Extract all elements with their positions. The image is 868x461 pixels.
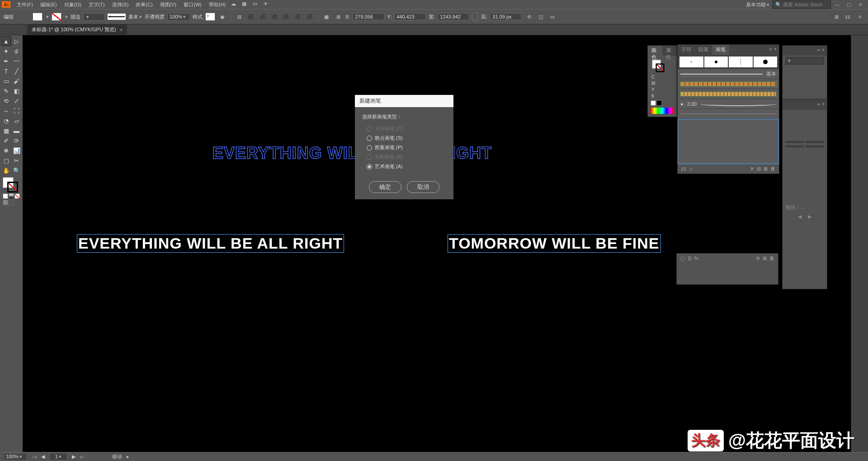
brush-stroke-row[interactable] [678,109,779,119]
color-tab[interactable]: 颜色 [648,46,662,56]
tp-input-3[interactable] [785,146,804,147]
grid-icon[interactable]: ▦ [242,1,249,8]
menu-object[interactable]: 对象(O) [61,1,85,8]
brush-list-area[interactable] [678,119,779,164]
tp-icon-d[interactable] [785,121,793,128]
artboard-tool[interactable]: ▢ [1,155,11,165]
fill-dropdown[interactable] [45,14,49,20]
eraser-tool[interactable]: ◧ [11,86,22,96]
layer-vis-icon[interactable]: ▢ [680,255,685,261]
char-font-dropdown[interactable] [785,57,824,65]
pen-tool[interactable]: ✒ [1,56,11,66]
brush-preset-2[interactable] [704,56,728,67]
align-left-icon[interactable]: ⬛ [246,12,255,21]
brush-pattern-row[interactable] [678,79,779,89]
recolor-icon[interactable]: ◉ [218,12,227,21]
brush-def-dropdown[interactable]: 基本 [128,14,142,20]
prefs-icon[interactable]: ⫿⫿ [844,12,853,21]
tp-input-2[interactable] [806,141,824,143]
menu-help[interactable]: 帮助(H) [205,1,229,8]
char-collapse-icon[interactable]: « [817,47,820,54]
black-swatch[interactable] [656,100,662,106]
layer-dup-icon[interactable]: ⊞ [763,255,767,261]
send-icon[interactable]: ✈ [264,1,271,8]
color-mode-none[interactable] [14,193,20,199]
stock-search[interactable]: 🔍 搜索 Adobe Stock [772,0,831,9]
menu-effect[interactable]: 效果(C) [132,1,156,8]
symbol-sprayer-tool[interactable]: ❅ [1,146,11,155]
attrs-tab[interactable]: 属性 [662,46,677,56]
menu-type[interactable]: 文字(T) [85,1,108,8]
align-bottom-icon[interactable]: ⬛ [305,12,314,21]
arrange-icon[interactable]: ▭ [253,1,260,8]
graph-tool[interactable]: 📊 [11,146,22,155]
mask-icon[interactable]: ▭ [548,12,557,21]
stroke-profile[interactable] [108,14,126,20]
w-input[interactable]: 1243.942 [438,13,469,20]
brush-lib-menu-icon[interactable]: ⌂ [689,166,693,172]
artboard-prev-icon[interactable]: ◀ [41,454,45,460]
isolate-icon[interactable]: ◫ [536,12,545,21]
mesh-tool[interactable]: ▦ [1,126,11,136]
cloud-icon[interactable]: ☁ [231,1,238,8]
layer-clear-icon[interactable]: ⊘ [756,255,760,261]
perspective-tool[interactable]: ▱ [11,116,22,126]
screen-mode-full[interactable] [9,200,14,205]
paintbrush-tool[interactable]: 🖌 [11,76,22,86]
align-top-icon[interactable]: ⬛ [282,12,291,21]
panel-stroke-swatch[interactable] [656,63,664,72]
align-right-icon[interactable]: ⬛ [270,12,279,21]
tp-input-4[interactable] [806,146,824,147]
panel-collapse-icon[interactable]: « [769,46,772,53]
scale-tool[interactable]: ⤢ [11,96,22,106]
brush-new-icon[interactable]: ⊞ [764,166,768,172]
brush-remove-icon[interactable]: ✕ [750,166,754,172]
brush-tab[interactable]: 画笔 [712,45,729,55]
rectangle-tool[interactable]: ▭ [1,76,11,86]
magic-wand-tool[interactable]: ✦ [1,46,11,56]
artboard-input[interactable]: 1 [49,453,67,461]
spectrum-picker[interactable] [651,108,674,114]
curvature-tool[interactable]: 〰 [11,56,22,66]
brush-options-icon[interactable]: ⊟ [757,166,761,172]
menu-view[interactable]: 视图(V) [156,1,180,8]
document-tab[interactable]: 未标题-1* @ 100% (CMYK/GPU 预览) × [27,24,127,35]
y-input[interactable]: 440.423 [394,13,426,20]
fill-swatch[interactable] [33,13,42,21]
menu-window[interactable]: 窗口(W) [180,1,205,8]
brush-preset-3[interactable] [729,56,753,67]
dialog-ok-button[interactable]: 确定 [369,181,401,193]
char-tab[interactable]: 字符 [678,45,695,55]
slice-tool[interactable]: ✂ [11,155,22,165]
align-vcenter-icon[interactable]: ⬛ [293,12,302,21]
layer-fx-icon[interactable]: fx. [694,255,700,261]
white-swatch[interactable] [651,100,656,106]
dialog-cancel-button[interactable]: 取消 [407,181,439,193]
stroke-weight-input[interactable] [83,13,105,21]
color-mode-solid[interactable] [3,193,8,199]
right-dock[interactable] [851,35,868,452]
radio-scatter[interactable]: 散点画笔 (S) [362,133,446,143]
hand-tool[interactable]: ✋ [1,165,11,175]
shape-mode-icon[interactable]: ▦ [322,12,331,21]
maximize-icon[interactable]: ▢ [843,2,855,8]
menu-icon[interactable]: ≡ [855,12,864,21]
menu-file[interactable]: 文件(F) [13,1,37,8]
tab-close-icon[interactable]: × [120,27,123,33]
char-close-icon[interactable]: × [822,47,825,54]
radio-art[interactable]: 艺术画笔 (A) [362,162,446,171]
brush-size-row[interactable]: ● 3.00 [678,99,779,109]
eyedropper-tool[interactable]: ✐ [1,136,11,146]
stroke-dropdown[interactable] [64,14,68,20]
brush-delete-icon[interactable]: 🗑 [770,166,775,172]
tp-input-1[interactable] [785,141,804,143]
artboard-next-icon[interactable]: ▶ [72,454,75,460]
brush-preset-4[interactable] [754,56,778,67]
artwork-text-solid-left[interactable]: EVERYTHING WILL BE ALL RIGHT [77,234,344,253]
x-input[interactable]: 278.056 [353,13,384,20]
brush-pattern-row-2[interactable] [678,89,779,99]
type-tool[interactable]: T [1,66,11,76]
opacity-input[interactable]: 100% [167,13,190,21]
anchor-icon[interactable]: ⊞ [334,12,343,21]
gradient-tool[interactable]: ▬ [11,126,22,136]
